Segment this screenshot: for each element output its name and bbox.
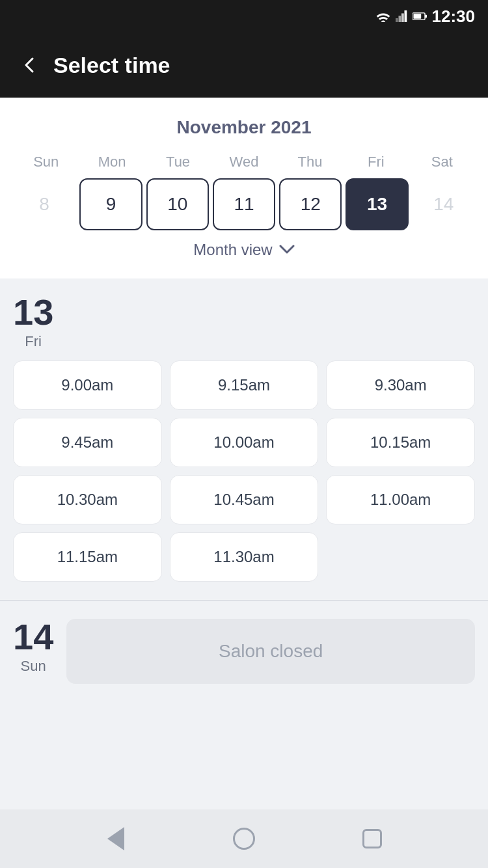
back-nav-icon: [107, 827, 124, 850]
days-row: 8 9 10 11 12 13 14: [13, 178, 475, 230]
time-slot-1015[interactable]: 10.15am: [326, 418, 475, 467]
month-title: November 2021: [13, 117, 475, 138]
day-13-section: 13 Fri 9.00am 9.15am 9.30am 9.45am 10.00…: [0, 278, 488, 597]
section-divider: [0, 600, 488, 601]
weekday-thu: Thu: [277, 154, 343, 170]
day-13-label: 13 Fri: [13, 294, 53, 350]
status-bar: 12:30: [0, 0, 488, 33]
svg-rect-0: [396, 18, 398, 22]
nav-back-button[interactable]: [102, 824, 130, 853]
home-nav-icon: [233, 828, 255, 850]
time-slot-930[interactable]: 9.30am: [326, 360, 475, 410]
chevron-down-icon: [279, 245, 295, 255]
month-view-toggle[interactable]: Month view: [13, 230, 475, 265]
time-slot-1130[interactable]: 11.30am: [170, 532, 319, 582]
time-slot-1045[interactable]: 10.45am: [170, 475, 319, 524]
day-13-header: 13 Fri: [13, 294, 475, 350]
day-14-section: 14 Sun Salon closed: [0, 603, 488, 703]
day-13-name: Fri: [25, 333, 42, 350]
time-slot-1115[interactable]: 11.15am: [13, 532, 162, 582]
wifi-icon: [376, 10, 390, 22]
nav-recents-button[interactable]: [358, 824, 386, 853]
svg-rect-5: [425, 15, 427, 18]
day-14[interactable]: 14: [413, 178, 475, 230]
svg-rect-3: [404, 10, 407, 22]
time-slots-grid-13: 9.00am 9.15am 9.30am 9.45am 10.00am 10.1…: [13, 360, 475, 582]
weekday-mon: Mon: [79, 154, 144, 170]
battery-icon: [413, 10, 427, 22]
time-slot-1100[interactable]: 11.00am: [326, 475, 475, 524]
svg-rect-6: [413, 14, 421, 18]
time-slot-915[interactable]: 9.15am: [170, 360, 319, 410]
time-slot-945[interactable]: 9.45am: [13, 418, 162, 467]
calendar-section: November 2021 Sun Mon Tue Wed Thu Fri Sa…: [0, 98, 488, 278]
svg-rect-1: [398, 16, 401, 22]
weekday-header: Sun Mon Tue Wed Thu Fri Sat: [13, 154, 475, 170]
day-14-number: 14: [13, 619, 53, 655]
day-12[interactable]: 12: [279, 178, 342, 230]
back-button[interactable]: [20, 55, 40, 75]
status-icons: [376, 10, 427, 22]
day-8[interactable]: 8: [13, 178, 75, 230]
day-10[interactable]: 10: [146, 178, 209, 230]
nav-home-button[interactable]: [230, 824, 258, 853]
app-header: Select time: [0, 33, 488, 98]
bottom-nav: [0, 809, 488, 868]
day-13[interactable]: 13: [346, 178, 408, 230]
day-14-label: 14 Sun: [13, 619, 53, 675]
status-time: 12:30: [432, 7, 476, 27]
day-9[interactable]: 9: [79, 178, 142, 230]
signal-icon: [394, 10, 409, 22]
day-11[interactable]: 11: [213, 178, 275, 230]
weekday-sat: Sat: [409, 154, 475, 170]
day-14-content: 14 Sun Salon closed: [13, 619, 475, 684]
month-view-label: Month view: [193, 241, 272, 259]
salon-closed-label: Salon closed: [66, 619, 475, 684]
svg-rect-2: [401, 14, 404, 23]
weekday-tue: Tue: [145, 154, 211, 170]
recents-nav-icon: [362, 829, 382, 848]
time-slot-1000[interactable]: 10.00am: [170, 418, 319, 467]
weekday-sun: Sun: [13, 154, 79, 170]
weekday-wed: Wed: [211, 154, 277, 170]
time-slot-900[interactable]: 9.00am: [13, 360, 162, 410]
time-slot-1030[interactable]: 10.30am: [13, 475, 162, 524]
page-title: Select time: [53, 53, 170, 78]
weekday-fri: Fri: [343, 154, 409, 170]
day-14-name: Sun: [21, 658, 46, 675]
day-13-number: 13: [13, 294, 53, 331]
